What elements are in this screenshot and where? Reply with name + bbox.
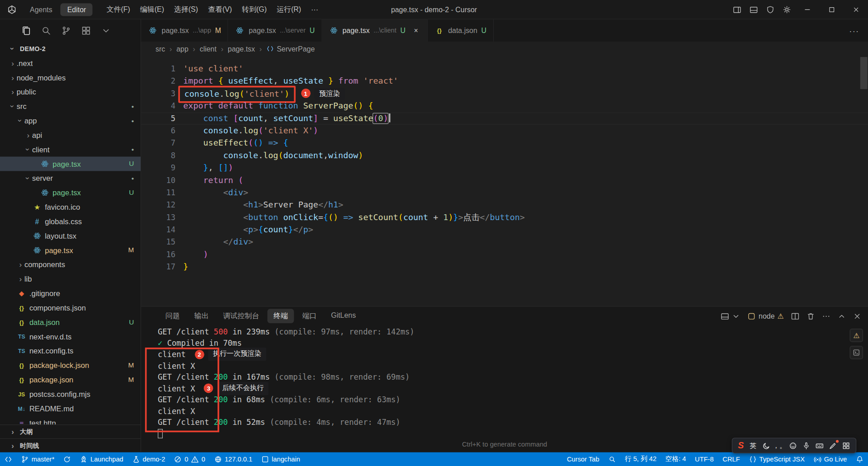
close-window-button[interactable]: [844, 0, 868, 19]
folder-app[interactable]: ›app●: [0, 113, 141, 128]
folder-api[interactable]: ›api: [0, 128, 141, 142]
ime-lang-indicator[interactable]: 英: [747, 440, 759, 452]
encoding-indicator[interactable]: UTF-8: [690, 452, 718, 466]
privacy-shield-button[interactable]: [762, 2, 778, 17]
file-.gitignore[interactable]: ◆.gitignore: [0, 286, 141, 301]
folder-.next[interactable]: ›.next: [0, 56, 141, 71]
problems-indicator[interactable]: 0 0: [170, 452, 210, 466]
kill-terminal-button[interactable]: [807, 312, 815, 320]
ime-toolbox-button[interactable]: [840, 440, 852, 452]
folder-node_modules[interactable]: ›node_modules: [0, 71, 141, 85]
folder-src[interactable]: ›src●: [0, 99, 141, 113]
explorer-button[interactable]: [19, 23, 34, 38]
maximize-button[interactable]: [819, 0, 844, 19]
panel-tab-输出[interactable]: 输出: [188, 309, 215, 323]
menu-item-4[interactable]: 转到(G): [237, 2, 272, 17]
ime-emoji-button[interactable]: [787, 440, 799, 452]
panel-tab-终端[interactable]: 终端: [267, 309, 294, 323]
menu-item-0[interactable]: 文件(F): [102, 2, 135, 17]
indentation-indicator[interactable]: 空格: 4: [661, 452, 690, 466]
breadcrumb-item[interactable]: page.tsx: [228, 45, 255, 53]
minimize-button[interactable]: [795, 0, 819, 19]
folder-server[interactable]: ›server●: [0, 171, 141, 185]
cursor-position-indicator[interactable]: 行 5, 列 42: [620, 452, 661, 466]
breadcrumb-item[interactable]: client: [200, 45, 217, 53]
terminal-warning-button[interactable]: ⚠: [850, 329, 863, 342]
panel-tab-GitLens[interactable]: GitLens: [325, 309, 362, 323]
file-postcss.config.mjs[interactable]: JSpostcss.config.mjs: [0, 387, 141, 401]
file-next.config.ts[interactable]: TSnext.config.ts: [0, 344, 141, 358]
eol-indicator[interactable]: CRLF: [718, 452, 744, 466]
terminal-views-button[interactable]: [721, 312, 741, 320]
folder-public[interactable]: ›public: [0, 85, 141, 99]
close-tab-button[interactable]: ×: [411, 26, 420, 34]
file-layout.tsx[interactable]: layout.tsx: [0, 229, 141, 243]
split-terminal-button[interactable]: [791, 312, 799, 320]
file-test.http[interactable]: ≡test.http: [0, 416, 141, 425]
file-data.json[interactable]: {}data.jsonU: [0, 315, 141, 329]
file-README.md[interactable]: M↓README.md: [0, 401, 141, 416]
remote-indicator[interactable]: [0, 452, 17, 466]
panel-tab-端口[interactable]: 端口: [296, 309, 323, 323]
menu-item-2[interactable]: 选择(S): [169, 2, 203, 17]
file-page.tsx[interactable]: page.tsxU: [0, 185, 141, 200]
cursor-tab-indicator[interactable]: Cursor Tab: [562, 452, 604, 466]
editor-tab[interactable]: Editor: [61, 3, 93, 16]
tab-page.tsx-1[interactable]: page.tsx ...\server U: [228, 19, 322, 42]
sogou-logo[interactable]: S: [736, 440, 745, 452]
toggle-panel-button[interactable]: [745, 2, 762, 17]
extensions-button[interactable]: [79, 23, 94, 38]
folder-lib[interactable]: ›lib: [0, 272, 141, 286]
menu-item-5[interactable]: 运行(R): [272, 2, 306, 17]
language-mode-indicator[interactable]: TypeScript JSX: [744, 452, 809, 466]
project-demo-2-button[interactable]: demo-2: [128, 452, 170, 466]
folder-client[interactable]: ›client●: [0, 142, 141, 157]
tab-page.tsx-2[interactable]: page.tsx ...\client U ×: [322, 19, 428, 42]
langchain-indicator[interactable]: langchain: [257, 452, 305, 466]
local-server-indicator[interactable]: 127.0.0.1: [210, 452, 257, 466]
more-views-button[interactable]: [99, 23, 113, 38]
search-button[interactable]: [39, 23, 54, 38]
ime-keyboard-button[interactable]: [814, 440, 826, 452]
launchpad-button[interactable]: Launchpad: [75, 452, 128, 466]
tab-page.tsx-0[interactable]: page.tsx ...\app M: [141, 19, 228, 42]
section-大纲[interactable]: ›大纲: [0, 424, 141, 438]
file-page.tsx[interactable]: page.tsxM: [0, 243, 141, 258]
terminal-profile-node[interactable]: node ⚠: [748, 312, 784, 320]
ime-skin-button[interactable]: [827, 440, 839, 452]
screencast-zoom-button[interactable]: [604, 452, 620, 466]
editor-scrollbar[interactable]: [860, 57, 868, 89]
maximize-panel-button[interactable]: [838, 312, 846, 320]
go-live-button[interactable]: Go Live: [809, 452, 852, 466]
settings-gear-button[interactable]: [778, 2, 795, 17]
file-page.tsx[interactable]: page.tsxU: [0, 157, 141, 171]
toggle-secondary-sidebar-button[interactable]: [728, 2, 745, 17]
folder-components[interactable]: ›components: [0, 257, 141, 272]
tab-data.json-3[interactable]: {} data.json U: [428, 19, 494, 42]
file-next-env.d.ts[interactable]: TSnext-env.d.ts: [0, 329, 141, 344]
breadcrumb-item[interactable]: app: [176, 45, 189, 53]
panel-tab-调试控制台[interactable]: 调试控制台: [217, 309, 265, 323]
file-favicon.ico[interactable]: ★favicon.ico: [0, 200, 141, 214]
ime-punctuation-indicator[interactable]: ，。: [774, 440, 785, 452]
file-package.json[interactable]: {}package.jsonM: [0, 372, 141, 387]
breadcrumb-item[interactable]: src: [156, 45, 165, 53]
explorer-header[interactable]: › DEMO-2: [0, 42, 141, 56]
terminal[interactable]: GET /client 500 in 239ms (compile: 97ms,…: [141, 325, 868, 452]
agents-tab[interactable]: Agents: [23, 3, 59, 16]
notifications-bell[interactable]: [851, 452, 868, 466]
source-control-button[interactable]: [59, 23, 74, 38]
panel-tab-问题[interactable]: 问题: [160, 309, 186, 323]
git-branch-button[interactable]: master*: [17, 452, 59, 466]
section-时间线[interactable]: ›时间线: [0, 438, 141, 452]
tab-actions-more-button[interactable]: ···: [840, 19, 868, 42]
close-panel-button[interactable]: [853, 312, 861, 320]
code-editor[interactable]: 1'use client'2import { useEffect, useSta…: [141, 56, 868, 306]
file-globals.css[interactable]: #globals.css: [0, 214, 141, 229]
sync-changes-button[interactable]: [59, 452, 75, 466]
ime-voice-button[interactable]: [800, 440, 812, 452]
file-package-lock.json[interactable]: {}package-lock.jsonM: [0, 358, 141, 372]
menu-item-3[interactable]: 查看(V): [203, 2, 237, 17]
terminal-item-button[interactable]: [850, 346, 863, 359]
menu-overflow-button[interactable]: ···: [306, 3, 323, 16]
